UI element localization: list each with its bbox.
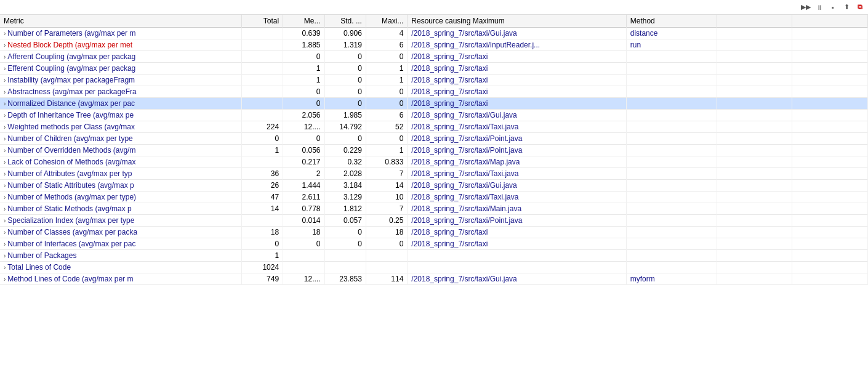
table-row[interactable]: ›Number of Attributes (avg/max per typ36… (0, 168, 868, 180)
table-row[interactable]: ›Number of Classes (avg/max per packa181… (0, 227, 868, 238)
cell-extra1 (717, 98, 792, 110)
cell-extra1 (717, 156, 792, 168)
col-header-method: Method (626, 15, 717, 28)
cell-method (626, 51, 717, 63)
cell-extra1 (717, 75, 792, 86)
table-row[interactable]: ›Number of Parameters (avg/max per m0.63… (0, 28, 868, 39)
cell-total: 224 (241, 121, 283, 133)
cell-std: 0.057 (324, 215, 366, 227)
expand-icon[interactable]: › (4, 194, 6, 201)
cell-extra1 (717, 215, 792, 227)
cell-mean: 2.056 (283, 110, 324, 121)
cell-resource: /2018_spring_7/src/taxi/InputReader.j... (408, 39, 626, 51)
cell-extra1 (717, 63, 792, 75)
export-btn[interactable]: ⬆ (841, 2, 852, 13)
expand-icon[interactable]: › (4, 229, 6, 236)
expand-icon[interactable]: › (4, 65, 6, 72)
table-row[interactable]: ›Number of Interfaces (avg/max per pac00… (0, 238, 868, 250)
expand-icon[interactable]: › (4, 241, 6, 248)
cell-extra2 (792, 121, 868, 133)
col-header-metric: Metric (0, 15, 241, 28)
cell-max: 7 (366, 168, 407, 180)
cell-resource: /2018_spring_7/src/taxi/Gui.java (408, 28, 626, 39)
fast-forward-btn[interactable]: ▶▶ (800, 2, 811, 13)
expand-icon[interactable]: › (4, 182, 6, 189)
expand-icon[interactable]: › (4, 89, 6, 95)
cell-extra2 (792, 250, 868, 262)
table-row[interactable]: ›Lack of Cohesion of Methods (avg/max0.2… (0, 156, 868, 168)
cell-extra2 (792, 145, 868, 156)
expand-icon[interactable]: › (4, 124, 6, 131)
cell-max: 0.833 (366, 156, 407, 168)
expand-icon[interactable]: › (4, 42, 6, 49)
expand-icon[interactable]: › (4, 264, 6, 271)
cell-mean: 0 (283, 86, 324, 98)
col-header-resource: Resource causing Maximum (408, 15, 626, 28)
cell-std: 0.32 (324, 156, 366, 168)
metric-label: Abstractness (avg/max per packageFra (7, 87, 136, 96)
expand-icon[interactable]: › (4, 171, 6, 177)
cell-total (241, 39, 283, 51)
cell-extra2 (792, 168, 868, 180)
cell-total (241, 63, 283, 75)
expand-icon[interactable]: › (4, 112, 6, 119)
stop-btn[interactable]: ▪ (827, 2, 838, 13)
expand-icon[interactable]: › (4, 159, 6, 166)
expand-icon[interactable]: › (4, 147, 6, 154)
metric-label: Total Lines of Code (7, 263, 71, 272)
table-row[interactable]: ›Method Lines of Code (avg/max per m7491… (0, 273, 868, 285)
cell-std: 0 (324, 227, 366, 238)
special-btn[interactable]: ⧉ (854, 2, 866, 13)
cell-method (626, 215, 717, 227)
cell-total: 36 (241, 168, 283, 180)
expand-icon[interactable]: › (4, 206, 6, 212)
cell-extra2 (792, 215, 868, 227)
cell-resource: /2018_spring_7/src/taxi/Map.java (408, 156, 626, 168)
table-row[interactable]: ›Number of Static Attributes (avg/max p2… (0, 180, 868, 192)
cell-total: 47 (241, 192, 283, 203)
table-row[interactable]: ›Instability (avg/max per packageFragm10… (0, 75, 868, 86)
table-row[interactable]: ›Number of Overridden Methods (avg/m10.0… (0, 145, 868, 156)
expand-icon[interactable]: › (4, 217, 6, 224)
cell-resource: /2018_spring_7/src/taxi/Taxi.java (408, 192, 626, 203)
expand-icon[interactable]: › (4, 77, 6, 84)
table-row[interactable]: ›Number of Static Methods (avg/max p140.… (0, 203, 868, 215)
metric-label: Normalized Distance (avg/max per pac (7, 99, 135, 108)
cell-resource: /2018_spring_7/src/taxi (408, 238, 626, 250)
cell-resource: /2018_spring_7/src/taxi/Point.java (408, 145, 626, 156)
cell-method (626, 75, 717, 86)
cell-mean: 2 (283, 168, 324, 180)
cell-mean: 2.611 (283, 192, 324, 203)
cell-max: 7 (366, 203, 407, 215)
metrics-table: Metric Total Me... Std. ... Maxi... Reso… (0, 15, 868, 285)
table-row[interactable]: ›Number of Children (avg/max per type000… (0, 133, 868, 145)
expand-icon[interactable]: › (4, 54, 6, 60)
table-row[interactable]: ›Depth of Inheritance Tree (avg/max pe2.… (0, 110, 868, 121)
pause-btn[interactable]: ⏸ (814, 2, 825, 13)
table-row[interactable]: ›Total Lines of Code1024 (0, 262, 868, 273)
table-row[interactable]: ›Afferent Coupling (avg/max per packag00… (0, 51, 868, 63)
cell-extra1 (717, 273, 792, 285)
cell-extra1 (717, 145, 792, 156)
cell-extra1 (717, 39, 792, 51)
expand-icon[interactable]: › (4, 252, 6, 259)
cell-resource (408, 250, 626, 262)
expand-icon[interactable]: › (4, 100, 6, 107)
cell-mean: 0.217 (283, 156, 324, 168)
expand-icon[interactable]: › (4, 135, 6, 142)
table-row[interactable]: ›Number of Packages1 (0, 250, 868, 262)
expand-icon[interactable]: › (4, 30, 6, 37)
cell-max (366, 262, 407, 273)
table-row[interactable]: ›Abstractness (avg/max per packageFra000… (0, 86, 868, 98)
table-row[interactable]: ›Nested Block Depth (avg/max per met1.88… (0, 39, 868, 51)
cell-max: 0 (366, 51, 407, 63)
cell-method (626, 121, 717, 133)
table-row[interactable]: ›Efferent Coupling (avg/max per packag10… (0, 63, 868, 75)
table-row[interactable]: ›Weighted methods per Class (avg/max2241… (0, 121, 868, 133)
cell-extra2 (792, 262, 868, 273)
table-row[interactable]: ›Specialization Index (avg/max per type0… (0, 215, 868, 227)
table-row[interactable]: ›Number of Methods (avg/max per type)472… (0, 192, 868, 203)
cell-method (626, 192, 717, 203)
table-row[interactable]: ›Normalized Distance (avg/max per pac000… (0, 98, 868, 110)
expand-icon[interactable]: › (4, 276, 6, 283)
